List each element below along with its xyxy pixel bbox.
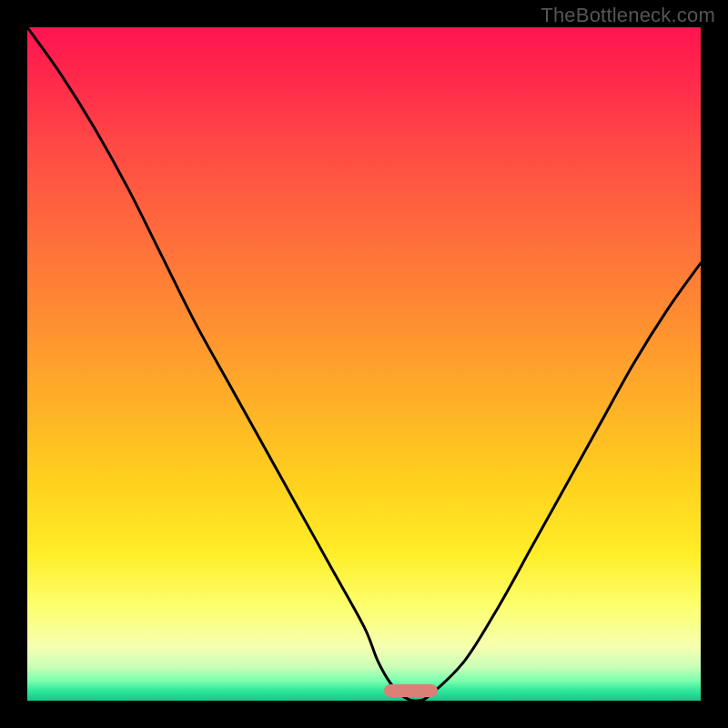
watermark-text: TheBottleneck.com — [541, 4, 715, 27]
bottleneck-curve — [27, 27, 701, 701]
chart-frame: TheBottleneck.com — [0, 0, 728, 728]
optimal-marker — [384, 684, 438, 697]
curve-svg — [27, 27, 701, 701]
plot-area — [27, 27, 701, 701]
